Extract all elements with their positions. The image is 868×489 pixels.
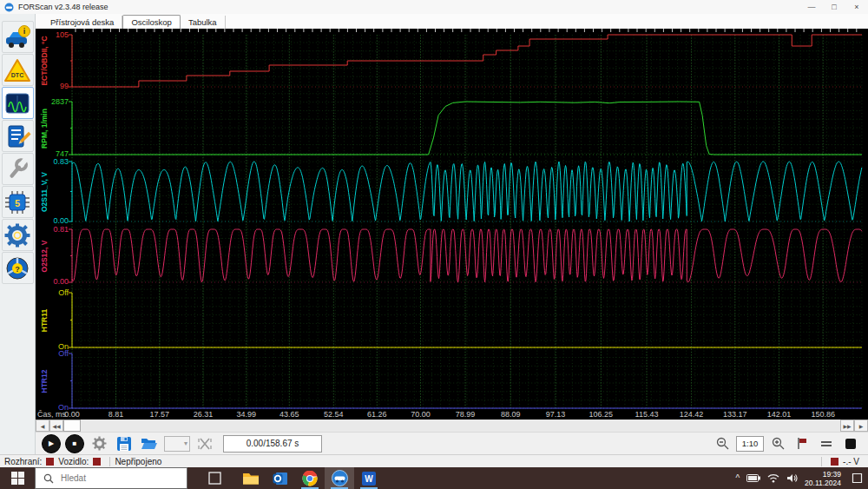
- svg-text:DTC: DTC: [11, 72, 23, 78]
- line-view-button[interactable]: [816, 434, 837, 453]
- scope-toolbar: ▶ ■ ▾: [36, 432, 868, 454]
- x-tick-label: 88.09: [496, 410, 525, 419]
- x-tick-label: 61.26: [362, 410, 391, 419]
- taskbar-item-explorer[interactable]: [236, 467, 266, 489]
- marker-button[interactable]: [792, 434, 812, 453]
- sidebar-item-help[interactable]: ?: [2, 252, 34, 284]
- channel-label: O2S12, V: [40, 240, 49, 272]
- taskbar-search[interactable]: [35, 467, 187, 489]
- stop-icon: ■: [73, 439, 77, 447]
- action-center-icon[interactable]: [852, 472, 863, 484]
- x-tick-label: 17.57: [145, 410, 174, 419]
- x-tick-label: 142.01: [764, 410, 793, 419]
- taskbar-clock[interactable]: 19:39 20.11.2024: [805, 470, 841, 487]
- scroll-thumb[interactable]: [63, 420, 81, 432]
- marker-flag-icon: [796, 437, 808, 450]
- tab-pristrojova-deska[interactable]: Přístrojová deska: [43, 16, 122, 29]
- combo-arrow-icon: ▾: [184, 439, 187, 447]
- search-input[interactable]: [59, 472, 167, 484]
- interface-label: Rozhraní:: [4, 457, 42, 466]
- channel-label: HTR11: [40, 308, 49, 331]
- word-icon: W: [361, 471, 377, 486]
- record-settings-button[interactable]: [89, 434, 109, 453]
- sidebar-item-settings[interactable]: [2, 219, 34, 251]
- tray-expand-button[interactable]: ^: [735, 473, 740, 483]
- task-view-icon: [208, 472, 221, 485]
- time-display: 0.00/158.67 s: [223, 435, 322, 453]
- clear-button[interactable]: [194, 434, 215, 453]
- battery-voltage-led: [831, 458, 838, 466]
- channel-max-label: Off: [36, 349, 69, 358]
- sidebar-item-programming[interactable]: 5: [2, 186, 34, 218]
- dtc-icon: DTC: [3, 57, 31, 83]
- channel-max-label: Off: [36, 288, 69, 297]
- start-button[interactable]: [0, 467, 35, 489]
- sidebar-item-vehicle-info[interactable]: i: [2, 21, 34, 53]
- clock-date: 20.11.2024: [805, 479, 841, 487]
- forscan-app-icon: [4, 3, 14, 12]
- channel-max-label: 0.81: [36, 225, 69, 234]
- scroll-page-left-button[interactable]: ◀◀: [49, 420, 63, 432]
- zoom-out-button[interactable]: [712, 434, 733, 453]
- windows-taskbar: W ^ 19:39 20.11.2024: [0, 467, 868, 489]
- open-button[interactable]: [139, 434, 160, 453]
- scroll-step-left-button[interactable]: ◀: [36, 420, 49, 432]
- sidebar-item-dtc[interactable]: DTC: [2, 54, 34, 86]
- connection-status: Nepřipojeno: [115, 457, 161, 466]
- wifi-icon[interactable]: [767, 473, 779, 483]
- x-tick-label: 70.00: [405, 410, 435, 419]
- sidebar-item-tests[interactable]: [2, 120, 34, 152]
- x-tick-label: 78.99: [450, 410, 480, 419]
- forscan-window: FORScan v2.3.48 release — □ × Přístrojov…: [0, 0, 868, 489]
- svg-text:i: i: [23, 27, 26, 36]
- help-icon: ?: [3, 255, 31, 281]
- save-button[interactable]: [114, 434, 135, 453]
- channel-min-label: 0.00: [36, 216, 69, 225]
- taskbar-item-word[interactable]: W: [354, 467, 384, 489]
- minimize-button[interactable]: —: [800, 0, 823, 14]
- battery-icon[interactable]: [746, 474, 760, 482]
- close-button[interactable]: ×: [845, 0, 868, 14]
- taskbar-item-outlook[interactable]: [266, 467, 295, 489]
- stop-button[interactable]: ■: [65, 434, 84, 453]
- scroll-page-right-button[interactable]: ▶▶: [840, 420, 854, 432]
- x-tick-label: 115.43: [632, 410, 661, 419]
- clear-icon: [198, 438, 212, 450]
- sidebar-item-service[interactable]: [2, 153, 34, 185]
- solid-view-button[interactable]: [840, 434, 861, 453]
- scroll-track[interactable]: [81, 420, 840, 432]
- play-icon: ▶: [49, 439, 54, 447]
- taskbar-item-forscan[interactable]: [325, 467, 354, 489]
- zoom-in-button[interactable]: [767, 434, 788, 453]
- volume-icon[interactable]: [786, 473, 798, 483]
- x-tick-label: 0.00: [57, 410, 87, 419]
- service-icon: [3, 156, 31, 182]
- solid-view-icon: [845, 438, 857, 450]
- format-select[interactable]: ▾: [164, 436, 190, 452]
- channel-label: HTR12: [40, 369, 49, 393]
- small-gear-icon: [92, 436, 107, 451]
- zoom-ratio-select[interactable]: 1:10: [736, 436, 764, 452]
- channel-max-label: 2837: [36, 97, 69, 106]
- oscilloscope-plot[interactable]: ECT/OBDII, °C10599RPM, 1/min2837747O2S11…: [36, 29, 868, 420]
- programming-icon: 5: [3, 189, 31, 215]
- x-tick-label: 26.31: [188, 410, 218, 419]
- play-button[interactable]: ▶: [42, 434, 61, 453]
- status-divider-right: [821, 457, 822, 466]
- task-view-button[interactable]: [200, 467, 229, 489]
- search-icon: [43, 473, 54, 484]
- tab-osciloskop[interactable]: Osciloskop: [122, 15, 180, 29]
- channel-max-label: 0.83: [36, 157, 69, 166]
- scroll-step-right-button[interactable]: ▶: [854, 420, 868, 432]
- taskbar-item-chrome[interactable]: [295, 467, 325, 489]
- maximize-button[interactable]: □: [823, 0, 845, 14]
- channel-min-label: 0.00: [36, 277, 69, 286]
- zoom-in-icon: [772, 437, 785, 450]
- x-tick-label: 150.86: [808, 410, 838, 419]
- svg-text:5: 5: [15, 197, 20, 208]
- tab-tabulka[interactable]: Tabulka: [181, 16, 226, 29]
- sidebar-item-oscilloscope[interactable]: [2, 87, 34, 119]
- chrome-icon: [302, 471, 318, 486]
- clock-time: 19:39: [805, 470, 841, 479]
- x-tick-label: 133.17: [720, 410, 750, 419]
